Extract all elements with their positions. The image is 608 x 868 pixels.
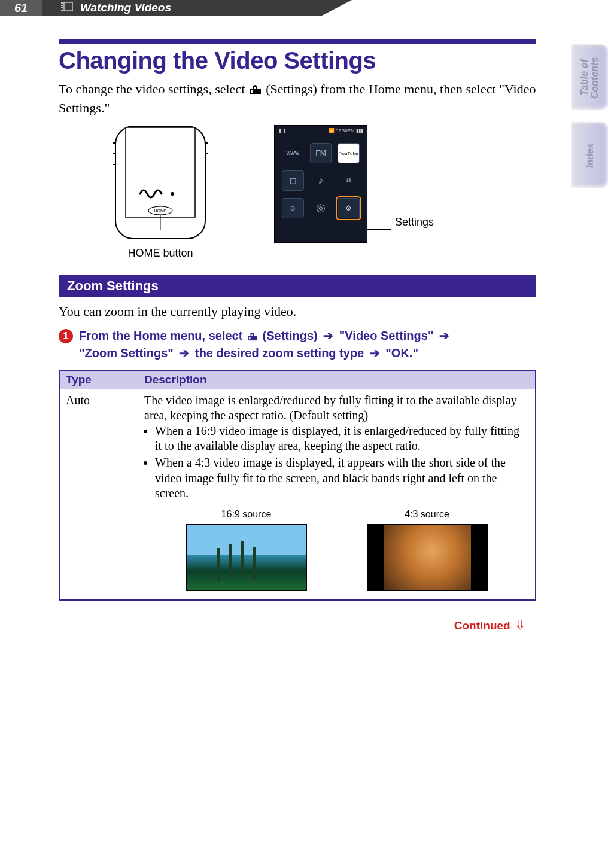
menu-playlists: ☺ (282, 198, 304, 218)
continued-indicator: Continued ⇩ (59, 617, 525, 633)
arrow-icon: ➔ (370, 346, 380, 360)
top-bar: 61 Watching Videos (0, 0, 608, 16)
desc-bullet: When a 4:3 video image is displayed, it … (155, 455, 529, 501)
intro-text: To change the video settings, select (Se… (59, 80, 536, 117)
svg-rect-9 (126, 127, 195, 217)
menu-www: www (282, 143, 304, 162)
status-signal-icon: 📶 (329, 128, 335, 133)
continued-label: Continued (454, 619, 510, 632)
zoom-settings-table: Type Description Auto The video image is… (59, 370, 536, 601)
title-rule (59, 39, 536, 44)
tab-table-of-contents[interactable]: Table of Contents (572, 45, 608, 110)
video-section-icon (61, 2, 73, 13)
tab-index[interactable]: Index (572, 123, 608, 188)
svg-rect-6 (251, 90, 253, 93)
callout-line (367, 229, 391, 230)
menu-photos: ◫ (282, 170, 304, 191)
page-title: Changing the Video Settings (59, 47, 536, 74)
down-arrow-icon: ⇩ (515, 617, 525, 632)
example-43-thumb (367, 524, 488, 591)
svg-point-10 (171, 192, 174, 196)
step-1-text: From the Home menu, select (Settings) ➔ … (79, 328, 452, 361)
device-outline: HOME (83, 125, 238, 245)
example-169-label: 16:9 source (221, 508, 272, 520)
svg-point-7 (254, 85, 256, 87)
arrow-icon: ➔ (439, 329, 449, 342)
arrow-icon: ➔ (323, 329, 333, 342)
menu-video: ⧉ (338, 170, 360, 190)
menu-settings: ⚙ (338, 198, 360, 218)
svg-rect-3 (61, 6, 63, 7)
intro-part-1: To change the video settings, select (59, 81, 248, 96)
arrow-icon: ➔ (179, 346, 189, 360)
settings-callout-label: Settings (395, 216, 434, 229)
home-menu-screenshot: ❚❚ 📶 02:36PM ▮▮▮ www FM YouTube ◫ ♪ ⧉ ☺ … (274, 125, 367, 243)
desc-lead: The video image is enlarged/reduced by f… (144, 394, 517, 422)
svg-text:HOME: HOME (154, 209, 167, 213)
device-figure: HOME HOME button (83, 125, 238, 260)
menu-nowplaying: ◎ (310, 198, 332, 217)
svg-rect-2 (61, 4, 63, 5)
cell-type: Auto (59, 389, 138, 600)
menu-music: ♪ (310, 170, 332, 190)
step-1: 1 From the Home menu, select (Settings) … (59, 328, 536, 361)
zoom-intro: You can zoom in the currently playing vi… (59, 304, 536, 319)
svg-rect-1 (64, 2, 73, 11)
table-row: Auto The video image is enlarged/reduced… (59, 389, 536, 600)
menu-fm: FM (310, 143, 332, 163)
status-time: 02:36PM (336, 128, 355, 133)
page-number: 61 (0, 0, 42, 16)
svg-rect-4 (61, 8, 63, 10)
side-tabs: Table of Contents Index (572, 45, 608, 188)
svg-rect-20 (249, 337, 251, 339)
example-169-thumb (186, 524, 307, 591)
status-battery-icon: ▮▮▮ (356, 128, 363, 133)
status-pause-icon: ❚❚ (278, 128, 287, 133)
settings-icon (250, 81, 262, 99)
menu-youtube: YouTube (338, 143, 360, 163)
desc-bullet: When a 16:9 video image is displayed, it… (155, 424, 529, 454)
col-type-header: Type (59, 370, 138, 389)
home-button-label: HOME button (127, 247, 193, 260)
example-43-label: 4:3 source (405, 508, 449, 520)
cell-description: The video image is enlarged/reduced by f… (138, 389, 536, 600)
figure-row: HOME HOME button ❚❚ 📶 02:36PM ▮▮▮ www (83, 125, 536, 260)
zoom-settings-heading: Zoom Settings (59, 275, 536, 297)
step-number-badge: 1 (59, 329, 73, 343)
svg-point-21 (251, 333, 254, 335)
settings-icon (247, 329, 258, 345)
col-description-header: Description (138, 370, 536, 389)
section-title: Watching Videos (80, 1, 171, 14)
